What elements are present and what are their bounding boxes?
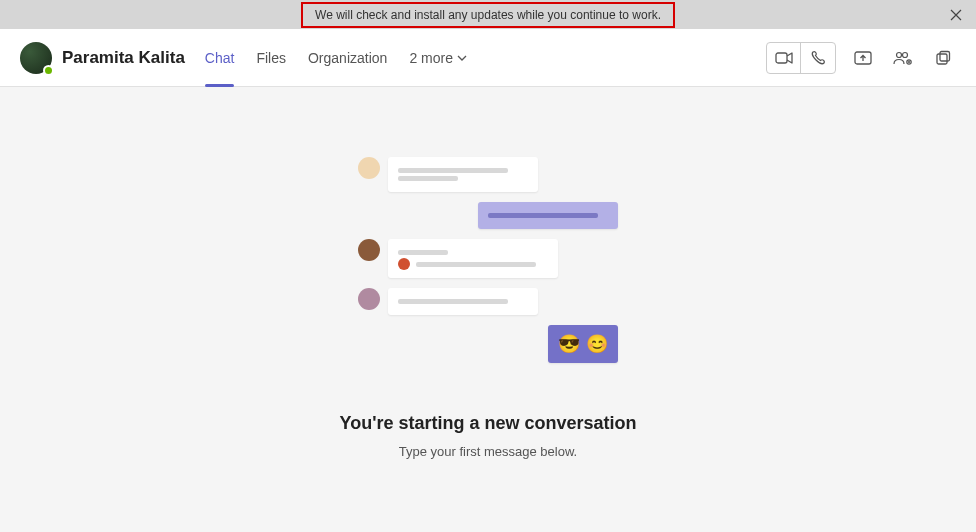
popout-button[interactable] bbox=[930, 45, 956, 71]
add-people-icon bbox=[893, 50, 913, 66]
video-call-icon bbox=[775, 51, 793, 65]
illustration-avatar-icon bbox=[358, 239, 380, 261]
update-notification-bar: We will check and install any updates wh… bbox=[0, 0, 976, 29]
chevron-down-icon bbox=[457, 53, 467, 63]
update-notification-highlight: We will check and install any updates wh… bbox=[301, 2, 675, 28]
empty-state-illustration: 😎😊 bbox=[358, 157, 618, 373]
tab-chat[interactable]: Chat bbox=[205, 29, 235, 86]
svg-point-3 bbox=[903, 52, 908, 57]
phone-icon bbox=[810, 50, 826, 66]
call-button-group bbox=[766, 42, 836, 74]
audio-call-button[interactable] bbox=[801, 43, 835, 73]
empty-state-title: You're starting a new conversation bbox=[339, 413, 636, 434]
video-call-button[interactable] bbox=[767, 43, 801, 73]
close-icon bbox=[950, 9, 962, 21]
share-screen-button[interactable] bbox=[850, 45, 876, 71]
header-actions bbox=[766, 42, 956, 74]
tab-more[interactable]: 2 more bbox=[409, 29, 467, 86]
tab-files-label: Files bbox=[256, 50, 286, 66]
share-screen-icon bbox=[854, 50, 872, 66]
add-people-button[interactable] bbox=[890, 45, 916, 71]
svg-point-2 bbox=[897, 52, 902, 57]
chat-tabs: Chat Files Organization 2 more bbox=[205, 29, 467, 86]
chat-empty-state: 😎😊 You're starting a new conversation Ty… bbox=[0, 87, 976, 532]
close-notification-button[interactable] bbox=[948, 7, 964, 23]
tab-chat-label: Chat bbox=[205, 50, 235, 66]
update-notification-text: We will check and install any updates wh… bbox=[315, 8, 661, 22]
popout-icon bbox=[935, 50, 951, 66]
tab-organization-label: Organization bbox=[308, 50, 387, 66]
tab-more-label: 2 more bbox=[409, 50, 453, 66]
tab-organization[interactable]: Organization bbox=[308, 29, 387, 86]
contact-name: Paramita Kalita bbox=[62, 48, 185, 68]
svg-rect-5 bbox=[937, 54, 947, 64]
illustration-avatar-icon bbox=[358, 157, 380, 179]
chat-header: Paramita Kalita Chat Files Organization … bbox=[0, 29, 976, 87]
illustration-avatar-icon bbox=[358, 288, 380, 310]
svg-rect-0 bbox=[776, 53, 787, 63]
presence-available-icon bbox=[43, 65, 54, 76]
tab-files[interactable]: Files bbox=[256, 29, 286, 86]
illustration-emoji-icon: 😎😊 bbox=[558, 333, 608, 355]
svg-rect-6 bbox=[940, 51, 950, 61]
empty-state-subtitle: Type your first message below. bbox=[399, 444, 577, 459]
contact-avatar[interactable] bbox=[20, 42, 52, 74]
